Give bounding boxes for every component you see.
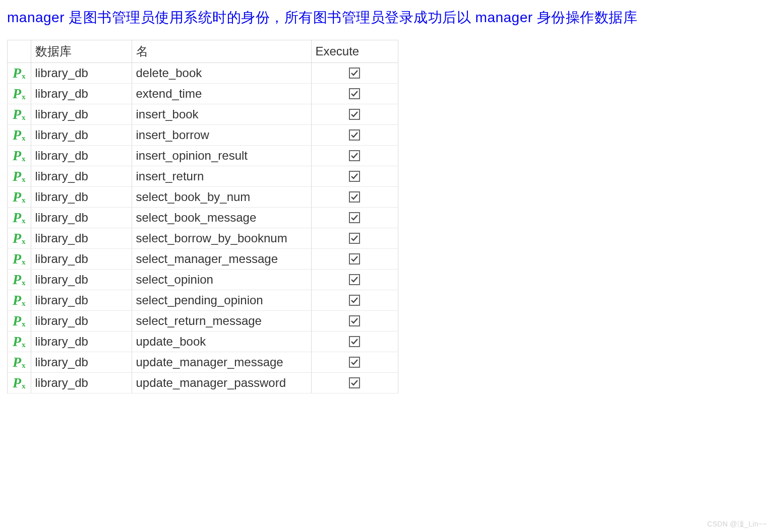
execute-cell bbox=[311, 63, 398, 84]
procedure-icon-cell: Px bbox=[8, 249, 31, 270]
table-row[interactable]: Pxlibrary_dbdelete_book bbox=[8, 63, 398, 84]
database-cell: library_db bbox=[31, 125, 132, 146]
name-cell: insert_borrow bbox=[132, 125, 311, 146]
execute-cell bbox=[311, 270, 398, 290]
execute-checkbox[interactable] bbox=[349, 336, 360, 347]
execute-checkbox[interactable] bbox=[349, 88, 360, 99]
procedure-icon: Px bbox=[13, 87, 26, 101]
procedure-icon: Px bbox=[13, 169, 26, 183]
name-cell: select_book_message bbox=[132, 208, 311, 228]
table-row[interactable]: Pxlibrary_dbselect_pending_opinion bbox=[8, 290, 398, 311]
execute-checkbox[interactable] bbox=[349, 233, 360, 244]
execute-checkbox[interactable] bbox=[349, 357, 360, 368]
database-cell: library_db bbox=[31, 63, 132, 84]
execute-checkbox[interactable] bbox=[349, 212, 360, 223]
procedure-icon-cell: Px bbox=[8, 311, 31, 331]
procedure-icon-cell: Px bbox=[8, 146, 31, 166]
database-cell: library_db bbox=[31, 166, 132, 187]
name-cell: update_manager_message bbox=[132, 352, 311, 373]
table-row[interactable]: Pxlibrary_dbselect_book_message bbox=[8, 208, 398, 228]
execute-checkbox[interactable] bbox=[349, 68, 360, 79]
procedure-icon-cell: Px bbox=[8, 166, 31, 187]
database-cell: library_db bbox=[31, 331, 132, 352]
execute-checkbox[interactable] bbox=[349, 150, 360, 161]
table-row[interactable]: Pxlibrary_dbinsert_borrow bbox=[8, 125, 398, 146]
database-cell: library_db bbox=[31, 352, 132, 373]
procedure-icon-cell: Px bbox=[8, 63, 31, 84]
execute-cell bbox=[311, 290, 398, 311]
execute-cell bbox=[311, 249, 398, 270]
execute-checkbox[interactable] bbox=[349, 191, 360, 203]
execute-cell bbox=[311, 228, 398, 249]
database-cell: library_db bbox=[31, 373, 132, 393]
database-cell: library_db bbox=[31, 208, 132, 228]
database-cell: library_db bbox=[31, 104, 132, 125]
name-cell: select_pending_opinion bbox=[132, 290, 311, 311]
procedures-table-wrap: 数据库 名 Execute Pxlibrary_dbdelete_bookPxl… bbox=[7, 40, 398, 393]
execute-cell bbox=[311, 125, 398, 146]
database-cell: library_db bbox=[31, 270, 132, 290]
table-row[interactable]: Pxlibrary_dbinsert_opinion_result bbox=[8, 146, 398, 166]
procedure-icon: Px bbox=[13, 211, 26, 225]
execute-checkbox[interactable] bbox=[349, 109, 360, 120]
procedure-icon: Px bbox=[13, 190, 26, 204]
table-row[interactable]: Pxlibrary_dbinsert_book bbox=[8, 104, 398, 125]
execute-checkbox[interactable] bbox=[349, 129, 360, 141]
database-cell: library_db bbox=[31, 311, 132, 331]
table-row[interactable]: Pxlibrary_dbselect_opinion bbox=[8, 270, 398, 290]
table-row[interactable]: Pxlibrary_dbupdate_book bbox=[8, 331, 398, 352]
header-icon bbox=[8, 40, 31, 63]
name-cell: update_manager_password bbox=[132, 373, 311, 393]
header-database[interactable]: 数据库 bbox=[31, 40, 132, 63]
execute-checkbox[interactable] bbox=[349, 274, 360, 285]
database-cell: library_db bbox=[31, 249, 132, 270]
procedure-icon-cell: Px bbox=[8, 104, 31, 125]
header-name[interactable]: 名 bbox=[132, 40, 311, 63]
procedure-icon-cell: Px bbox=[8, 125, 31, 146]
procedure-icon: Px bbox=[13, 128, 26, 142]
execute-checkbox[interactable] bbox=[349, 377, 360, 388]
procedure-icon-cell: Px bbox=[8, 373, 31, 393]
name-cell: insert_book bbox=[132, 104, 311, 125]
watermark-text: CSDN @澟_Lin~~ bbox=[707, 520, 767, 529]
procedure-icon: Px bbox=[13, 149, 26, 163]
procedure-icon-cell: Px bbox=[8, 270, 31, 290]
execute-cell bbox=[311, 352, 398, 373]
execute-cell bbox=[311, 84, 398, 104]
procedures-table: 数据库 名 Execute Pxlibrary_dbdelete_bookPxl… bbox=[8, 40, 398, 393]
procedure-icon-cell: Px bbox=[8, 208, 31, 228]
name-cell: update_book bbox=[132, 331, 311, 352]
procedure-icon: Px bbox=[13, 66, 26, 80]
database-cell: library_db bbox=[31, 290, 132, 311]
procedure-icon: Px bbox=[13, 293, 26, 307]
execute-cell bbox=[311, 208, 398, 228]
table-row[interactable]: Pxlibrary_dbselect_borrow_by_booknum bbox=[8, 228, 398, 249]
procedure-icon: Px bbox=[13, 335, 26, 349]
header-execute[interactable]: Execute bbox=[311, 40, 398, 63]
procedure-icon-cell: Px bbox=[8, 84, 31, 104]
table-row[interactable]: Pxlibrary_dbupdate_manager_password bbox=[8, 373, 398, 393]
execute-checkbox[interactable] bbox=[349, 315, 360, 326]
procedure-icon-cell: Px bbox=[8, 228, 31, 249]
table-row[interactable]: Pxlibrary_dbupdate_manager_message bbox=[8, 352, 398, 373]
table-row[interactable]: Pxlibrary_dbselect_manager_message bbox=[8, 249, 398, 270]
procedure-icon: Px bbox=[13, 252, 26, 266]
procedure-icon-cell: Px bbox=[8, 331, 31, 352]
execute-checkbox[interactable] bbox=[349, 253, 360, 264]
table-row[interactable]: Pxlibrary_dbselect_return_message bbox=[8, 311, 398, 331]
name-cell: select_opinion bbox=[132, 270, 311, 290]
execute-cell bbox=[311, 331, 398, 352]
execute-cell bbox=[311, 146, 398, 166]
execute-checkbox[interactable] bbox=[349, 295, 360, 306]
procedure-icon-cell: Px bbox=[8, 290, 31, 311]
name-cell: insert_opinion_result bbox=[132, 146, 311, 166]
execute-cell bbox=[311, 166, 398, 187]
table-row[interactable]: Pxlibrary_dbselect_book_by_num bbox=[8, 187, 398, 208]
table-row[interactable]: Pxlibrary_dbinsert_return bbox=[8, 166, 398, 187]
execute-cell bbox=[311, 311, 398, 331]
procedure-icon: Px bbox=[13, 314, 26, 328]
name-cell: select_borrow_by_booknum bbox=[132, 228, 311, 249]
table-row[interactable]: Pxlibrary_dbextend_time bbox=[8, 84, 398, 104]
name-cell: delete_book bbox=[132, 63, 311, 84]
execute-checkbox[interactable] bbox=[349, 171, 360, 182]
